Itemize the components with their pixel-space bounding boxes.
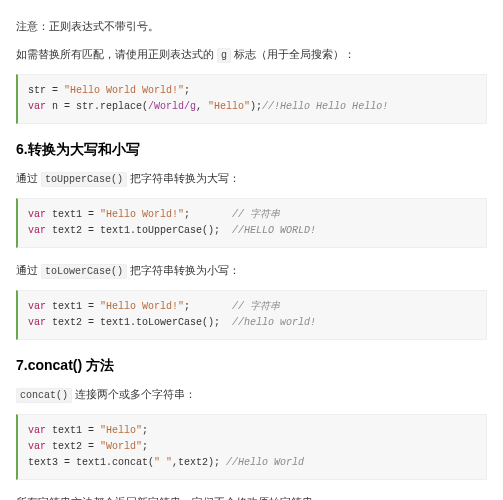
code-block-replace: str = "Hello World World!"; var n = str.… [16,74,487,124]
text: 通过 [16,172,41,184]
heading-7: 7.concat() 方法 [16,354,487,376]
paragraph-immutable: 所有字符串方法都会返回新字符串。它们不会修改原始字符串。 [16,494,487,500]
paragraph-note: 注意：正则表达式不带引号。 [16,18,487,36]
inline-code-concat: concat() [16,388,72,403]
inline-code-g: g [217,48,231,63]
text: 通过 [16,264,41,276]
text: 标志（用于全局搜索）： [231,48,355,60]
inline-code-tolower: toLowerCase() [41,264,127,279]
paragraph-upper: 通过 toUpperCase() 把字符串转换为大写： [16,170,487,188]
code-block-upper: var text1 = "Hello World!"; // 字符串 var t… [16,198,487,248]
code-block-concat: var text1 = "Hello"; var text2 = "World"… [16,414,487,480]
code-block-lower: var text1 = "Hello World!"; // 字符串 var t… [16,290,487,340]
paragraph-lower: 通过 toLowerCase() 把字符串转换为小写： [16,262,487,280]
text: 把字符串转换为小写： [127,264,240,276]
text: 如需替换所有匹配，请使用正则表达式的 [16,48,217,60]
heading-6: 6.转换为大写和小写 [16,138,487,160]
paragraph-g-flag: 如需替换所有匹配，请使用正则表达式的 g 标志（用于全局搜索）： [16,46,487,64]
text: 把字符串转换为大写： [127,172,240,184]
inline-code-toupper: toUpperCase() [41,172,127,187]
paragraph-concat: concat() 连接两个或多个字符串： [16,386,487,404]
text: 连接两个或多个字符串： [72,388,196,400]
